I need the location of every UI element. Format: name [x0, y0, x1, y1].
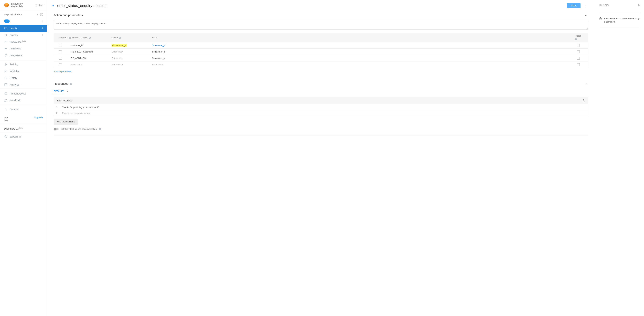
nav-label: Support	[10, 135, 21, 138]
add-language-button[interactable]: +	[41, 20, 43, 23]
islist-checkbox[interactable]	[577, 57, 580, 60]
add-responses-button[interactable]: ADD RESPONSES	[54, 119, 78, 125]
required-checkbox[interactable]	[59, 57, 62, 60]
islist-checkbox[interactable]	[577, 63, 580, 66]
agent-settings-button[interactable]	[40, 12, 44, 17]
help-icon[interactable]	[89, 37, 91, 39]
param-value-cell[interactable]: Enter value	[152, 62, 193, 67]
param-value-cell[interactable]: $customer_id	[152, 43, 193, 48]
collapse-section-button[interactable]	[584, 82, 588, 86]
add-entity-button[interactable]: +	[42, 34, 44, 36]
delete-text-response-button[interactable]	[582, 99, 586, 102]
trial-title: Trial	[4, 116, 8, 119]
add-intent-button[interactable]: +	[42, 27, 44, 30]
nav-label: Small Talk	[10, 99, 21, 102]
help-icon[interactable]	[69, 37, 71, 39]
parameter-row-empty[interactable]: Enter name Enter entity Enter value	[54, 61, 588, 68]
text-response-row-empty[interactable]: 2 Enter a text response variant	[54, 110, 588, 116]
nav-label: Fulfillment	[10, 47, 21, 50]
param-entity-cell[interactable]: Enter entity	[112, 50, 152, 54]
svg-point-6	[6, 34, 7, 34]
nav-label: Analytics	[10, 83, 19, 86]
nav-analytics[interactable]: Analytics	[0, 81, 47, 88]
nav-history[interactable]: History	[0, 74, 47, 81]
more-options-button[interactable]	[583, 4, 588, 8]
response-text[interactable]: Thanks for providing your customer ID.	[60, 105, 588, 110]
primary-nav: Intents + Entities + Knowledge[beta] Ful…	[0, 25, 47, 113]
collapse-section-button[interactable]	[584, 13, 588, 18]
svg-point-26	[586, 6, 586, 6]
nav-integrations[interactable]: Integrations	[0, 52, 47, 59]
row-index: 1	[54, 104, 60, 110]
nav-knowledge[interactable]: Knowledge[beta]	[0, 38, 47, 45]
sidebar: Dialogflow Essentials Global ▾ respond_c…	[0, 0, 47, 316]
param-name-cell[interactable]: RB_FIELD_customerid	[71, 50, 112, 54]
tab-default[interactable]: DEFAULT	[54, 89, 64, 94]
end-of-conversation-row: Set this intent as end of conversation	[54, 128, 588, 130]
dialogflow-cx-link[interactable]: Dialogflow CX[new]	[0, 124, 47, 132]
trial-plan: Free	[4, 119, 8, 122]
nav-label: Prebuilt Agents	[10, 92, 26, 95]
param-name-cell[interactable]: RB_ADDTAGS	[71, 56, 112, 60]
try-it-now-input[interactable]: Try it now	[599, 4, 609, 6]
section-title: Responses	[54, 82, 68, 86]
nav-fulfillment[interactable]: Fulfillment	[0, 45, 47, 52]
prebuilt-agents-icon	[4, 92, 8, 95]
required-checkbox[interactable]	[59, 63, 62, 66]
nav-training[interactable]: Training	[0, 61, 47, 68]
agent-name: respond_chatbot	[4, 13, 36, 16]
nav-docs[interactable]: Docs	[0, 106, 47, 113]
new-parameter-button[interactable]: + New parameter	[54, 70, 72, 73]
help-icon[interactable]	[119, 37, 121, 39]
param-entity-cell[interactable]: Enter entity	[112, 62, 152, 67]
param-entity-cell[interactable]: @customer_id	[112, 43, 152, 48]
nav-label: Validation	[10, 70, 20, 72]
chevron-right-icon	[4, 108, 8, 111]
svg-point-27	[586, 6, 586, 7]
region-selector[interactable]: Global ▾	[36, 4, 44, 6]
language-pill-en[interactable]: en	[4, 20, 10, 23]
param-name-cell[interactable]: Enter name	[71, 62, 112, 67]
intent-title[interactable]: order_status_enquiry - custom	[57, 4, 567, 8]
external-link-icon	[16, 108, 18, 110]
parameter-row[interactable]: RB_FIELD_customerid Enter entity $custom…	[54, 48, 588, 55]
parameter-row[interactable]: customer_id @customer_id $customer_id	[54, 42, 588, 48]
text-response-row[interactable]: 1 Thanks for providing your customer ID.	[54, 104, 588, 110]
required-checkbox[interactable]	[59, 44, 62, 47]
help-icon[interactable]	[99, 128, 101, 130]
help-icon[interactable]	[70, 83, 72, 85]
param-entity-cell[interactable]: Enter entity	[112, 56, 152, 60]
islist-checkbox[interactable]	[577, 44, 580, 47]
param-value-cell[interactable]: $customer_id	[152, 50, 193, 54]
save-button[interactable]: SAVE	[567, 3, 580, 8]
end-conversation-toggle[interactable]	[54, 128, 58, 130]
param-name-cell[interactable]: customer_id	[71, 43, 112, 48]
upgrade-link[interactable]: Upgrade	[34, 116, 43, 118]
nav-entities[interactable]: Entities +	[0, 32, 47, 38]
nav-label: Training	[10, 63, 18, 66]
required-checkbox[interactable]	[59, 50, 62, 53]
nav-validation[interactable]: Validation	[0, 68, 47, 74]
agent-selector-row: respond_chatbot ▾	[0, 10, 47, 18]
parameter-row[interactable]: RB_ADDTAGS Enter entity $customer_id	[54, 55, 588, 61]
svg-rect-28	[638, 4, 639, 5]
param-value-cell[interactable]: $customer_id	[152, 56, 193, 60]
unsaved-indicator-dot	[52, 5, 54, 6]
svg-point-25	[586, 4, 586, 5]
nav-small-talk[interactable]: Small Talk	[0, 97, 47, 104]
support-icon	[4, 135, 8, 138]
svg-point-5	[5, 34, 5, 34]
add-response-tab-button[interactable]: +	[67, 90, 68, 93]
test-console-panel: Try it now Please use test console above…	[595, 0, 644, 316]
help-icon[interactable]	[575, 38, 577, 40]
microphone-button[interactable]	[637, 4, 640, 6]
response-text-placeholder[interactable]: Enter a text response variant	[60, 110, 588, 116]
nav-intents[interactable]: Intents +	[0, 25, 47, 32]
logo-row: Dialogflow Essentials Global ▾	[0, 0, 47, 10]
islist-checkbox[interactable]	[577, 50, 580, 53]
action-name-input[interactable]	[54, 20, 588, 30]
agent-dropdown-button[interactable]: ▾	[36, 12, 40, 17]
intent-header: order_status_enquiry - custom SAVE	[47, 0, 595, 11]
nav-prebuilt-agents[interactable]: Prebuilt Agents	[0, 90, 47, 97]
nav-support[interactable]: Support	[0, 132, 47, 141]
